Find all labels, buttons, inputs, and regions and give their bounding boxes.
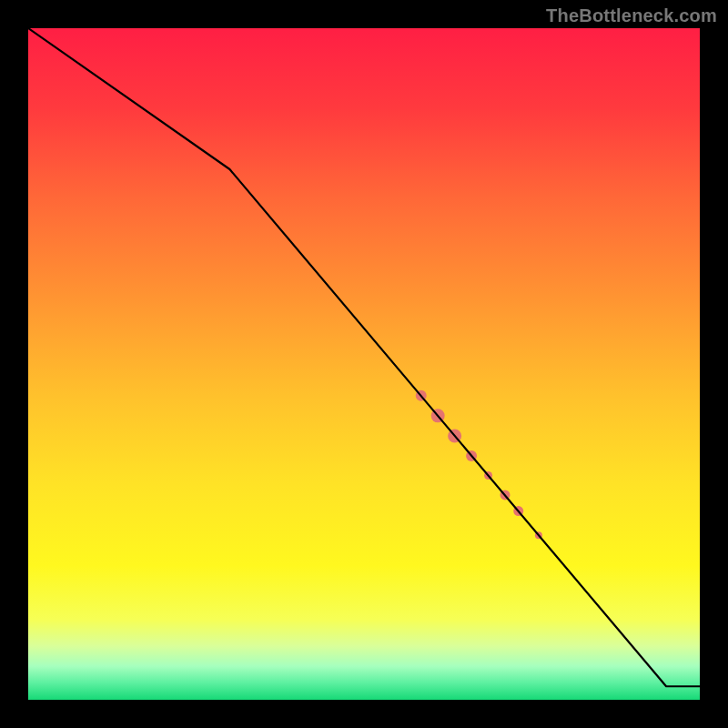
plot-background — [28, 28, 700, 700]
chart-stage: { "watermark": "TheBottleneck.com", "cha… — [0, 0, 728, 728]
bottleneck-chart — [0, 0, 728, 728]
watermark-text: TheBottleneck.com — [546, 5, 717, 26]
